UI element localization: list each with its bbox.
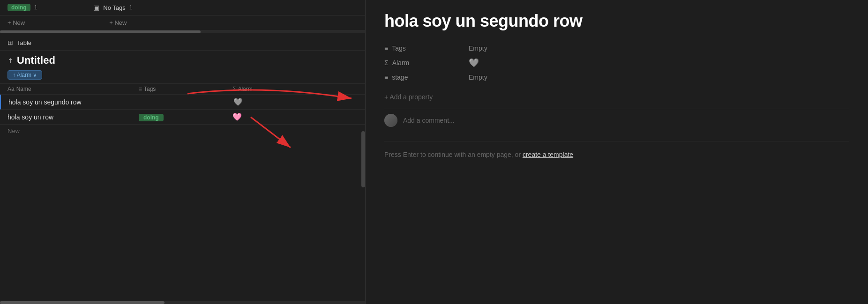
avatar-image xyxy=(384,114,397,127)
prop-icon-stage: ≡ xyxy=(384,74,388,81)
col-header-name: Aa Name xyxy=(7,86,139,92)
title-row: ↗ Untitled xyxy=(0,51,365,68)
prop-icon-tags: ≡ xyxy=(384,44,388,52)
prop-name-tags: Tags xyxy=(392,44,406,52)
prop-value-stage[interactable]: Empty xyxy=(469,74,487,81)
vertical-scrollbar[interactable] xyxy=(361,131,365,187)
cell-name-2: hola soy un row xyxy=(7,113,139,121)
table-label: Table xyxy=(17,39,31,46)
untitled-title: Untitled xyxy=(17,54,55,67)
doing-badge: doing xyxy=(7,4,30,11)
col-alarm-label: Alarm xyxy=(238,86,252,92)
comment-input[interactable]: Add a comment... xyxy=(403,117,455,124)
no-tags-label: No Tags xyxy=(103,4,125,11)
footer-text: Press Enter to continue with an empty pa… xyxy=(384,141,849,158)
doing-tag: doing xyxy=(139,114,164,121)
col-name-icon: Aa xyxy=(7,86,15,92)
add-property-row[interactable]: + Add a property xyxy=(384,91,849,103)
table-icon: ⊞ xyxy=(7,39,13,46)
scroll-thumb xyxy=(0,30,201,33)
cell-name-1: hola soy un segundo row xyxy=(8,98,140,106)
prop-row-tags: ≡ Tags Empty xyxy=(384,42,849,54)
table-row[interactable]: hola soy un segundo row 🩶 xyxy=(0,95,365,110)
prop-name-alarm: Alarm xyxy=(392,59,410,67)
col-header-tags: ≡ Tags xyxy=(139,86,232,92)
column-headers: Aa Name ≡ Tags Σ Alarm xyxy=(0,83,365,95)
footer-static-text: Press Enter to continue with an empty pa… xyxy=(384,151,523,158)
doing-col-header: doing 1 xyxy=(7,4,37,11)
cell-tags-2: doing xyxy=(139,113,232,121)
new-row-label[interactable]: New xyxy=(0,125,365,137)
table-label-row: ⊞ Table xyxy=(0,35,365,51)
kanban-header: doing 1 ▣ No Tags 1 xyxy=(0,0,365,15)
horizontal-scrollbar[interactable] xyxy=(0,30,365,33)
new-button-notags[interactable]: + New xyxy=(109,17,127,28)
table-row[interactable]: hola soy un row doing 🩷 xyxy=(0,110,365,125)
col-tags-icon: ≡ xyxy=(139,86,142,92)
prop-icon-alarm: Σ xyxy=(384,59,389,67)
avatar xyxy=(384,114,397,127)
cell-alarm-1: 🩶 xyxy=(233,97,304,106)
prop-name-stage: stage xyxy=(392,74,408,81)
prop-label-tags: ≡ Tags xyxy=(384,44,469,52)
no-tags-col-header: ▣ No Tags 1 xyxy=(93,4,132,11)
bottom-scrollbar[interactable] xyxy=(0,301,365,304)
right-panel: hola soy un segundo row ≡ Tags Empty Σ A… xyxy=(366,0,868,304)
page-title: hola soy un segundo row xyxy=(384,11,849,31)
prop-value-tags[interactable]: Empty xyxy=(469,44,487,52)
prop-value-alarm[interactable]: 🩶 xyxy=(469,58,479,68)
cell-alarm-2: 🩷 xyxy=(232,112,303,121)
new-button-doing[interactable]: + New xyxy=(7,17,25,28)
col-name-label: Name xyxy=(16,86,31,92)
no-tags-count: 1 xyxy=(129,4,133,11)
properties-list: ≡ Tags Empty Σ Alarm 🩶 ≡ stage Empty xyxy=(384,42,849,83)
page-title-text: hola soy un segundo row xyxy=(384,11,583,30)
tags-icon: ▣ xyxy=(93,4,99,11)
add-property-label: + Add a property xyxy=(384,93,433,101)
col-alarm-icon: Σ xyxy=(232,86,236,92)
create-template-link[interactable]: create a template xyxy=(523,151,573,158)
prop-row-alarm: Σ Alarm 🩶 xyxy=(384,55,849,70)
prop-row-stage: ≡ stage Empty xyxy=(384,71,849,83)
filter-row: ↑ Alarm ∨ xyxy=(0,68,365,83)
alarm-filter-button[interactable]: ↑ Alarm ∨ xyxy=(7,70,42,80)
comment-area: Add a comment... xyxy=(384,109,849,132)
col-header-alarm: Σ Alarm xyxy=(232,86,303,92)
prop-label-stage: ≡ stage xyxy=(384,74,469,81)
link-icon: ↗ xyxy=(6,56,15,65)
col-tags-label: Tags xyxy=(144,86,156,92)
doing-count: 1 xyxy=(34,4,37,11)
left-panel: doing 1 ▣ No Tags 1 + New + New ⊞ Table … xyxy=(0,0,366,304)
prop-label-alarm: Σ Alarm xyxy=(384,59,469,67)
bottom-scroll-thumb xyxy=(0,301,165,304)
kanban-new-row: + New + New xyxy=(0,15,365,30)
